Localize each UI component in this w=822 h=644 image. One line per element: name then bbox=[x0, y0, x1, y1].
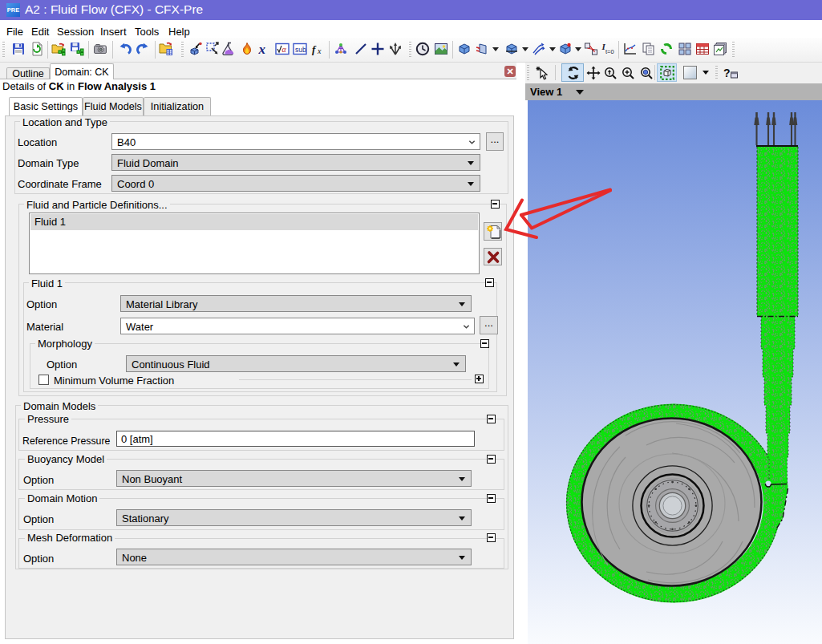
svg-text:?: ? bbox=[723, 67, 731, 79]
svg-text:t=0: t=0 bbox=[605, 48, 614, 55]
